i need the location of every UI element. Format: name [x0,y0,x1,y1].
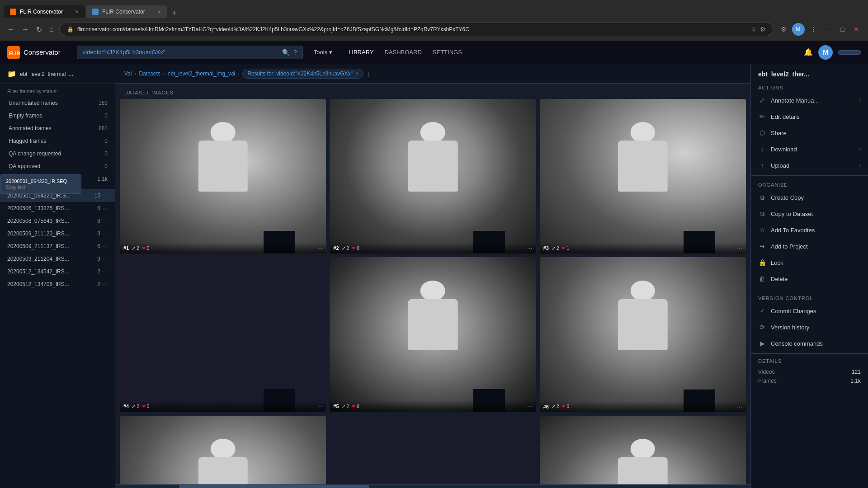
image-more-3[interactable]: ··· [317,403,323,410]
filter-unannotated[interactable]: Unannotated frames 183 [0,97,115,109]
maximize-button[interactable]: □ [837,23,848,36]
tab-close-1[interactable]: × [75,8,79,15]
image-cell-8[interactable]: #9⤢2❤0··· [540,416,746,485]
panel-commit[interactable]: ✓ Commit Changes [751,303,868,319]
file-menu-7[interactable]: ··· [103,281,108,287]
refresh-button[interactable]: ↻ [34,23,44,36]
file-item-5[interactable]: 20200509_211204_IRS... 9 ··· [0,253,115,265]
file-menu-6[interactable]: ··· [103,268,108,275]
breadcrumb-val[interactable]: Val [124,70,132,77]
app-header: FLIR Conservator videoId:"KJ2K4p5Lb3nuav… [0,41,868,64]
nav-settings[interactable]: SETTINGS [433,47,462,57]
image-more-1[interactable]: ··· [527,244,533,252]
url-bar[interactable]: 🔒 flirconservator.com/datasets/HmRMc2sfm… [59,23,774,36]
browser-chrome: FLIR Conservator × FLIR Conservator × + … [0,0,868,41]
panel-add-favorites[interactable]: ☆ Add To Favorites [751,222,868,238]
search-icon-button[interactable]: 🔍 [282,49,290,56]
breadcrumb-filter-close[interactable]: × [355,70,359,77]
file-menu-0[interactable]: ··· [103,192,108,199]
image-more-5[interactable]: ··· [737,403,742,410]
actions-section-header: Actions [751,80,868,92]
breadcrumb-filter-text: Results for: videoId:"KJ2K4p5Lb3nuavGXx" [247,70,353,77]
panel-download[interactable]: ↓ Download › [751,141,868,157]
breadcrumb-search-input[interactable] [374,70,442,77]
file-menu-3[interactable]: ··· [103,230,108,237]
user-name-button[interactable] [838,50,861,55]
file-menu-4[interactable]: ··· [103,243,108,249]
tools-button[interactable]: Tools ▾ [314,49,332,56]
image-num-4: #5 [333,404,339,409]
file-menu-2[interactable]: ··· [103,218,108,224]
image-cell-3[interactable]: #4⤢2❤0··· [120,257,326,412]
panel-edit-details[interactable]: ✏ Edit details [751,108,868,125]
horizontal-scrollbar[interactable] [115,484,750,488]
breadcrumb-datasets[interactable]: Datasets [139,70,160,77]
copy-dataset-icon: ⧉ [758,210,766,218]
image-cell-7[interactable]: #8⤢2❤0··· [330,416,536,485]
filter-qa-change[interactable]: QA change requested 0 [0,147,115,160]
menu-button[interactable]: ⋮ [807,23,820,36]
home-button[interactable]: ⌂ [47,23,56,35]
panel-console-commands[interactable]: ▶ Console commands [751,335,868,352]
breadcrumb-dataset-name[interactable]: ebt_level2_thermal_img_val [168,70,235,77]
panel-upload[interactable]: ↑ Upload › [751,157,868,174]
image-num-5: #6 [543,404,549,409]
image-placeholder-4 [330,257,536,412]
history-icon: ⟳ [758,323,766,331]
new-tab-button[interactable]: + [168,9,180,18]
image-cell-1[interactable]: #2⤢2❤0··· [330,99,536,253]
notification-button[interactable]: 🔔 [804,48,813,56]
close-button[interactable]: ✕ [850,23,863,36]
filter-flagged[interactable]: Flagged frames 0 [0,135,115,147]
image-placeholder-0 [120,99,326,253]
extensions-button[interactable]: ⚙ [777,23,790,36]
file-item-7[interactable]: 20200512_134706_IRS... 2 ··· [0,278,115,291]
search-bar[interactable]: videoId:"KJ2K4p5Lb3nuavGXx" 🔍 ? [77,46,303,59]
frames-val: 1.1k [850,378,861,384]
file-item-2[interactable]: 20200508_075643_IRS... 8 ··· [0,215,115,227]
panel-create-copy[interactable]: ⧉ Create Copy [751,189,868,206]
nav-dashboard[interactable]: DASHBOARD [384,47,421,57]
file-menu-1[interactable]: ··· [103,205,108,211]
image-more-4[interactable]: ··· [527,403,533,410]
filter-empty[interactable]: Empty frames 0 [0,109,115,122]
person-silhouette-8 [602,439,684,484]
image-num-1: #2 [333,245,339,251]
nav-library[interactable]: LIBRARY [349,47,373,57]
file-item-4[interactable]: 20200509_211137_IRS... 6 ··· [0,240,115,253]
tab-close-2[interactable]: × [157,8,161,15]
profile-button[interactable]: M [792,23,805,36]
reader-button[interactable]: ⚙ [760,26,766,33]
forward-button[interactable]: → [20,23,31,35]
image-cell-6[interactable]: #7⤢2❤1··· [120,416,326,485]
panel-version-history[interactable]: ⟳ Version history [751,319,868,335]
file-menu-5[interactable]: ··· [103,256,108,262]
filter-annotated[interactable]: Annotated frames 881 [0,122,115,135]
file-item-0[interactable]: 20200501_064220_IR.S... 15 ··· 20200501_… [0,189,115,202]
image-placeholder-3 [120,257,326,412]
star-button[interactable]: ☆ [750,26,756,33]
avatar[interactable]: M [818,45,833,60]
panel-add-project[interactable]: ↪ Add to Project [751,238,868,254]
image-grid-scroll[interactable]: #1⤢2❤0···#2⤢2❤0···#3⤢2❤1···#4⤢2❤0···#5⤢2… [115,99,750,484]
image-cell-0[interactable]: #1⤢2❤0··· [120,99,326,253]
back-button[interactable]: ← [5,23,16,35]
panel-lock[interactable]: 🔒 Lock [751,254,868,271]
minimize-button[interactable]: — [822,23,835,36]
tab-1[interactable]: FLIR Conservator × [4,5,85,18]
image-cell-4[interactable]: #5⤢2❤0··· [330,257,536,412]
image-more-2[interactable]: ··· [737,244,742,252]
panel-copy-to-dataset[interactable]: ⧉ Copy to Dataset [751,206,868,222]
panel-delete[interactable]: 🗑 Delete [751,271,868,287]
filter-qa-approved[interactable]: QA approved 0 [0,160,115,173]
image-cell-5[interactable]: #6⤢2❤0··· [540,257,746,412]
file-item-3[interactable]: 20200509_211120_IRS... 3 ··· [0,227,115,240]
tab-2[interactable]: FLIR Conservator × [86,5,167,18]
file-item-1[interactable]: 20200506_133825_IRS... 6 ··· [0,202,115,215]
image-cell-2[interactable]: #3⤢2❤1··· [540,99,746,253]
panel-share[interactable]: ⬡ Share [751,125,868,141]
image-more-0[interactable]: ··· [317,244,323,252]
panel-annotate[interactable]: ⤢ Annotate Manua... › [751,92,868,108]
help-icon-button[interactable]: ? [293,49,297,56]
file-item-6[interactable]: 20200512_134542_IRS... 2 ··· [0,265,115,278]
